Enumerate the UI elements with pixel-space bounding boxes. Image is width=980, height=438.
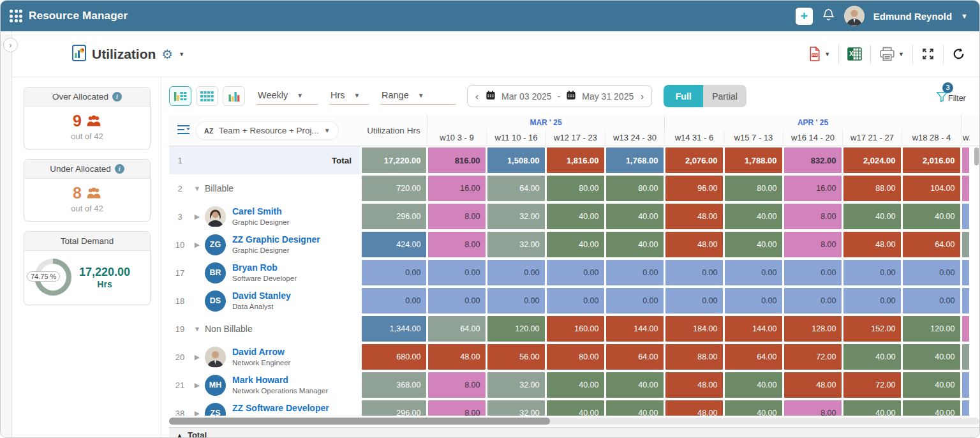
week-value-cell[interactable]: 40.00 [606,372,664,398]
week-value-cell[interactable]: 40.00 [547,372,604,398]
collapse-arrow-icon[interactable]: ▼ [191,325,204,333]
week-column-header[interactable]: w16 14 - 20 [783,130,842,146]
week-value-cell[interactable]: 0.00 [428,260,486,285]
week-value-cell[interactable]: 72.00 [843,372,901,398]
print-button[interactable]: ▼ [879,47,904,61]
partial-toggle[interactable]: Partial [703,85,746,107]
filter-button[interactable]: 3 Filter [935,85,968,110]
week-value-cell[interactable]: 88.00 [665,344,723,370]
export-pdf-button[interactable]: PDF ▼ [808,47,830,61]
week-value-cell[interactable]: 16.00 [428,176,486,201]
week-value-cell[interactable]: 1,508.00 [487,147,545,173]
week-value-cell[interactable]: 32.00 [487,204,545,229]
week-value-cell[interactable]: 0.00 [606,288,664,313]
info-icon[interactable]: i [112,92,122,102]
week-value-cell[interactable]: 0.00 [784,260,842,285]
week-column-header[interactable]: w15 7 - 13 [724,130,783,146]
week-value-cell[interactable]: 2,024.00 [843,147,901,173]
period-select[interactable]: Weekly ▼ [256,87,318,105]
week-value-cell[interactable]: 32.00 [487,372,545,398]
clipped-week-cell[interactable] [962,204,969,229]
week-value-cell[interactable]: 8.00 [784,204,842,229]
expand-arrow-icon[interactable]: ▶ [191,241,204,249]
week-value-cell[interactable]: 40.00 [903,344,960,370]
clipped-week-cell[interactable] [962,288,969,313]
group-name[interactable]: Billable [205,183,234,193]
expand-arrow-icon[interactable]: ▶ [191,213,204,221]
week-value-cell[interactable]: 8.00 [428,232,486,257]
week-value-cell[interactable]: 144.00 [725,316,782,342]
info-icon[interactable]: i [115,164,124,174]
week-value-cell[interactable]: 40.00 [903,204,960,229]
user-avatar[interactable] [844,6,865,26]
expand-collapse-all-icon[interactable] [177,125,190,137]
week-value-cell[interactable]: 48.00 [428,344,486,370]
week-value-cell[interactable]: 64.00 [725,344,782,370]
week-value-cell[interactable]: 1,788.00 [725,147,782,173]
utilization-total-cell[interactable]: 296.00 [362,204,426,229]
view-toggle-bar-chart[interactable] [223,86,245,106]
week-value-cell[interactable]: 8.00 [784,232,842,257]
week-value-cell[interactable]: 1,768.00 [606,147,664,173]
week-value-cell[interactable]: 8.00 [428,372,486,398]
avatar-initials[interactable]: MH [205,375,226,396]
utilization-total-cell[interactable]: 296.00 [362,400,426,416]
prev-period-button[interactable]: ‹ [474,91,480,102]
utilization-total-cell[interactable]: 368.00 [362,372,426,398]
fullscreen-button[interactable] [921,47,935,61]
week-value-cell[interactable]: 0.00 [428,288,486,313]
week-value-cell[interactable]: 0.00 [903,288,960,313]
pdf-options-caret-icon[interactable]: ▼ [824,51,830,57]
week-value-cell[interactable]: 816.00 [428,147,486,173]
week-value-cell[interactable]: 40.00 [725,372,782,398]
week-value-cell[interactable]: 88.00 [843,176,901,201]
week-value-cell[interactable]: 40.00 [725,204,782,229]
resource-name-link[interactable]: Mark Howard [232,375,328,386]
utilization-total-cell[interactable]: 17,220.00 [362,147,426,173]
week-column-header[interactable]: w18 28 - 4 [902,130,961,146]
week-value-cell[interactable]: 144.00 [606,316,664,342]
week-value-cell[interactable]: 48.00 [665,204,723,229]
week-value-cell[interactable]: 64.00 [428,316,486,342]
week-column-header[interactable]: w11 10 - 16 [486,130,546,146]
range-select[interactable]: Range ▼ [380,87,456,105]
expand-arrow-icon[interactable]: ▶ [191,381,204,389]
clipped-week-cell[interactable] [962,260,969,285]
view-toggle-grid[interactable] [196,86,218,106]
vertical-scrollbar[interactable] [974,147,979,165]
full-toggle[interactable]: Full [664,85,703,107]
week-value-cell[interactable]: 8.00 [428,204,486,229]
week-value-cell[interactable]: 0.00 [487,260,545,285]
clipped-week-cell[interactable] [962,316,969,342]
horizontal-scrollbar-thumb[interactable] [169,418,550,425]
horizontal-scrollbar[interactable] [169,418,979,425]
week-value-cell[interactable]: 80.00 [606,176,664,201]
avatar-photo[interactable] [205,206,226,227]
week-value-cell[interactable]: 0.00 [843,260,901,285]
week-value-cell[interactable]: 0.00 [547,288,604,313]
week-value-cell[interactable]: 832.00 [784,147,842,173]
clipped-week-cell[interactable] [962,176,969,201]
week-value-cell[interactable]: 40.00 [547,204,604,229]
week-value-cell[interactable]: 8.00 [428,400,486,416]
resource-name-link[interactable]: David Stanley [232,291,291,302]
date-to[interactable]: May 31 2025 [582,91,634,102]
week-column-header[interactable]: w13 24 - 30 [605,130,664,146]
unit-select[interactable]: Hrs ▼ [329,87,369,105]
week-value-cell[interactable]: 40.00 [725,232,782,257]
week-column-header[interactable]: w17 21 - 27 [842,130,902,146]
add-button[interactable]: + [796,8,813,25]
utilization-total-cell[interactable]: 0.00 [362,288,426,313]
week-value-cell[interactable]: 48.00 [843,232,901,257]
week-value-cell[interactable]: 40.00 [843,204,901,229]
utilization-total-cell[interactable]: 1,344.00 [362,316,426,342]
export-excel-button[interactable]: X [847,47,862,61]
notifications-bell-icon[interactable] [822,8,835,24]
week-value-cell[interactable]: 0.00 [784,288,842,313]
expand-arrow-icon[interactable]: ▶ [191,353,204,361]
view-toggle-grid-chart[interactable] [169,86,191,106]
group-by-select[interactable]: AZ Team + Resource + Proj... ▼ [197,122,338,139]
week-value-cell[interactable]: 16.00 [784,176,842,201]
clipped-week-cell[interactable] [962,400,969,416]
week-value-cell[interactable]: 40.00 [547,400,604,416]
